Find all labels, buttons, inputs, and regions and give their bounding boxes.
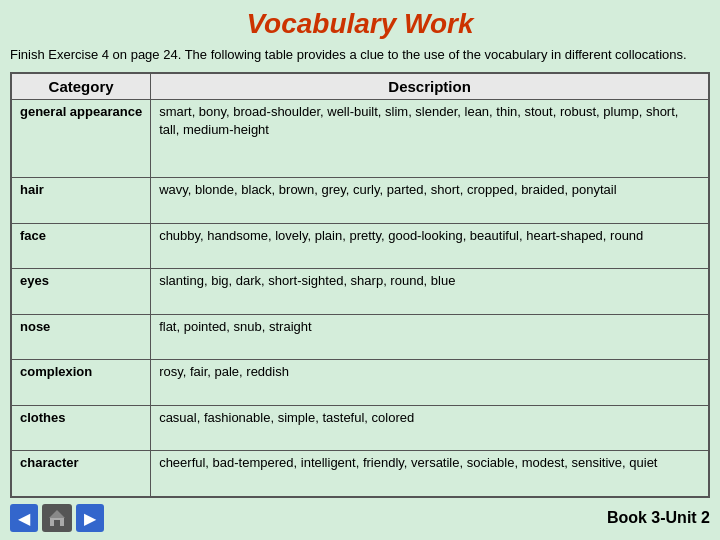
- svg-rect-2: [54, 520, 60, 526]
- category-cell: complexion: [11, 360, 151, 405]
- col-header-description: Description: [151, 73, 709, 100]
- vocabulary-table: Category Description general appearances…: [10, 72, 710, 498]
- description-cell: wavy, blonde, black, brown, grey, curly,…: [151, 178, 709, 223]
- page-title: Vocabulary Work: [10, 8, 710, 40]
- table-row: complexionrosy, fair, pale, reddish: [11, 360, 709, 405]
- table-row: facechubby, handsome, lovely, plain, pre…: [11, 223, 709, 268]
- table-row: clothescasual, fashionable, simple, tast…: [11, 405, 709, 450]
- category-cell: character: [11, 451, 151, 497]
- description-cell: flat, pointed, snub, straight: [151, 314, 709, 359]
- description-cell: slanting, big, dark, short-sighted, shar…: [151, 269, 709, 314]
- footer: ◀ ▶ Book 3-Unit 2: [10, 504, 710, 532]
- description-cell: cheerful, bad-tempered, intelligent, fri…: [151, 451, 709, 497]
- home-button[interactable]: [42, 504, 72, 532]
- description-cell: rosy, fair, pale, reddish: [151, 360, 709, 405]
- category-cell: face: [11, 223, 151, 268]
- col-header-category: Category: [11, 73, 151, 100]
- table-row: charactercheerful, bad-tempered, intelli…: [11, 451, 709, 497]
- category-cell: nose: [11, 314, 151, 359]
- book-unit-label: Book 3-Unit 2: [607, 509, 710, 527]
- subtitle-text: Finish Exercise 4 on page 24. The follow…: [10, 46, 710, 64]
- description-cell: casual, fashionable, simple, tasteful, c…: [151, 405, 709, 450]
- svg-marker-1: [49, 510, 65, 518]
- description-cell: chubby, handsome, lovely, plain, pretty,…: [151, 223, 709, 268]
- home-icon: [48, 509, 66, 527]
- table-row: eyesslanting, big, dark, short-sighted, …: [11, 269, 709, 314]
- table-row: hairwavy, blonde, black, brown, grey, cu…: [11, 178, 709, 223]
- prev-button[interactable]: ◀: [10, 504, 38, 532]
- navigation-controls: ◀ ▶: [10, 504, 104, 532]
- category-cell: clothes: [11, 405, 151, 450]
- next-button[interactable]: ▶: [76, 504, 104, 532]
- table-row: noseflat, pointed, snub, straight: [11, 314, 709, 359]
- page-container: Vocabulary Work Finish Exercise 4 on pag…: [0, 0, 720, 540]
- description-cell: smart, bony, broad-shoulder, well-built,…: [151, 100, 709, 178]
- category-cell: hair: [11, 178, 151, 223]
- category-cell: general appearance: [11, 100, 151, 178]
- table-row: general appearancesmart, bony, broad-sho…: [11, 100, 709, 178]
- category-cell: eyes: [11, 269, 151, 314]
